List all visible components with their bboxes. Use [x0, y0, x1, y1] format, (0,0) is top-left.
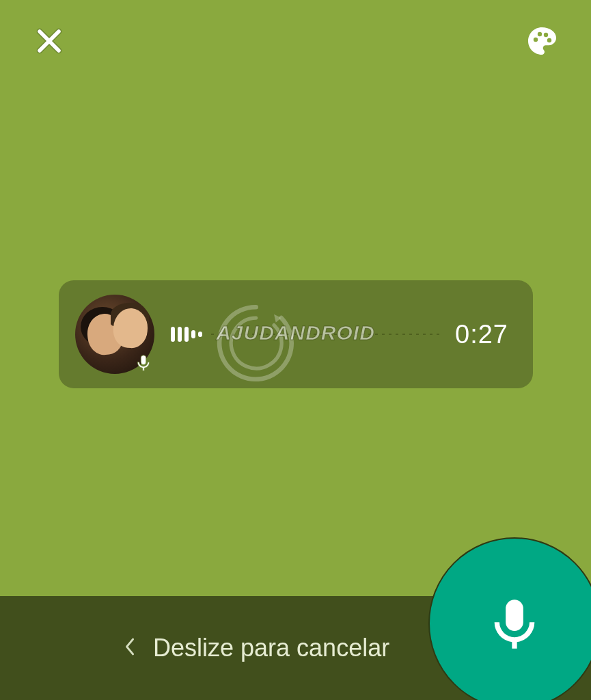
svg-point-8 — [544, 33, 548, 37]
svg-point-6 — [534, 38, 538, 42]
microphone-icon — [133, 353, 154, 373]
top-bar — [0, 0, 591, 82]
wave-bar — [184, 327, 189, 342]
slide-to-cancel-label: Deslize para cancelar — [153, 634, 389, 662]
recording-duration: 0:27 — [455, 320, 508, 349]
wave-inactive-dots — [209, 333, 441, 336]
waveform-track[interactable] — [171, 324, 441, 345]
svg-point-7 — [538, 32, 542, 36]
record-mic-button[interactable] — [428, 537, 591, 700]
voice-note-card: 0:27 — [59, 280, 533, 388]
color-palette-button[interactable] — [525, 25, 558, 57]
chevron-left-icon — [123, 634, 138, 662]
avatar-wrap — [75, 295, 154, 374]
microphone-icon — [484, 593, 545, 654]
close-button[interactable] — [33, 25, 66, 57]
palette-icon — [525, 25, 558, 57]
wave-bar — [198, 332, 202, 337]
slide-to-cancel[interactable]: Deslize para cancelar — [123, 634, 389, 662]
wave-bar — [191, 330, 195, 338]
svg-point-9 — [547, 38, 551, 42]
voice-indicator-badge — [130, 349, 157, 377]
close-icon — [35, 27, 64, 55]
wave-bar — [178, 327, 182, 342]
wave-bar — [171, 327, 175, 342]
